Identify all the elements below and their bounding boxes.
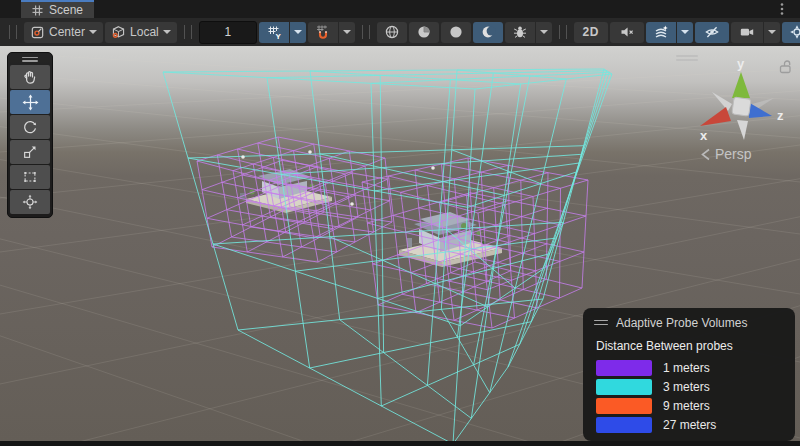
move-icon <box>22 94 39 111</box>
view-options-handle[interactable] <box>362 25 370 39</box>
mode-2d-label: 2D <box>583 25 599 39</box>
gizmo-crosshair-icon <box>789 24 800 40</box>
rect-tool-button[interactable] <box>10 165 50 189</box>
filled-circle-icon <box>448 24 464 40</box>
toolbar-drag-handle[interactable] <box>9 25 17 39</box>
crescent-moon-icon <box>480 24 496 40</box>
gizmo-x-label: x <box>700 128 708 143</box>
scene-lighting-button[interactable] <box>409 22 439 43</box>
apv-legend-drag-handle[interactable] <box>594 320 608 326</box>
gizmo-y-axis-cone[interactable] <box>732 72 750 98</box>
bug-icon <box>512 24 528 40</box>
scene-grid-icon <box>32 5 43 16</box>
shaded-sphere-icon <box>416 24 432 40</box>
legend-row-1m: 1 meters <box>596 360 785 376</box>
legend-row-27m: 27 meters <box>596 417 785 433</box>
effects-group <box>646 22 693 43</box>
debug-dropdown[interactable] <box>536 22 552 43</box>
grid-axis-icon: Y <box>266 25 282 40</box>
snap-settings-dropdown[interactable] <box>339 22 355 43</box>
effects-layers-icon <box>653 24 669 40</box>
scene-view-light-moon-button[interactable] <box>473 22 503 43</box>
pivot-icon <box>30 25 45 40</box>
gizmo-center-cube[interactable] <box>732 97 751 116</box>
transform-icon <box>22 194 38 210</box>
swatch-27m <box>596 417 652 433</box>
speaker-muted-icon <box>619 24 635 40</box>
rect-icon <box>22 169 38 185</box>
legend-row-3m: 3 meters <box>596 379 785 395</box>
snap-toggle-button[interactable] <box>308 22 338 43</box>
local-cube-icon <box>111 25 126 40</box>
debug-bug-button[interactable] <box>505 22 535 43</box>
projection-toggle[interactable]: Persp <box>701 146 752 162</box>
apv-legend-panel: Adaptive Probe Volumes Distance Between … <box>583 308 795 441</box>
camera-group <box>731 22 780 43</box>
wireframe-sphere-icon <box>384 24 400 40</box>
debug-group <box>505 22 552 43</box>
svg-text:Y: Y <box>275 32 281 40</box>
grid-size-input[interactable] <box>199 21 257 44</box>
legend-label-9m: 9 meters <box>663 399 710 413</box>
gizmos-button[interactable] <box>782 22 800 43</box>
gizmo-y-label: y <box>737 56 745 71</box>
snap-settings-group <box>308 22 355 43</box>
tools-overlay <box>7 52 53 218</box>
legend-label-27m: 27 meters <box>663 418 716 432</box>
tab-bar: Scene <box>0 0 800 18</box>
tab-label: Scene <box>49 3 83 17</box>
unity-scene-window: Scene Center Local <box>0 0 800 446</box>
view-hand-tool-button[interactable] <box>10 65 50 89</box>
tab-scene[interactable]: Scene <box>21 0 94 18</box>
legend-label-1m: 1 meters <box>663 361 710 375</box>
transform-tool-button[interactable] <box>10 190 50 214</box>
orientation-mode-label: Local <box>130 25 159 39</box>
scene-toolbar: Center Local Y <box>0 18 800 46</box>
shading-mode-button[interactable] <box>377 22 407 43</box>
gizmo-x-axis-cone[interactable] <box>700 107 731 126</box>
swatch-1m <box>596 360 652 376</box>
tools-overlay-handle[interactable] <box>10 54 50 64</box>
camera-settings-button[interactable] <box>731 22 763 43</box>
apv-legend-header[interactable]: Adaptive Probe Volumes <box>594 315 785 330</box>
camera-icon <box>739 24 755 40</box>
view-toggles-handle[interactable] <box>559 25 567 39</box>
window-overflow-menu-icon[interactable] <box>776 2 788 16</box>
gizmos-group <box>782 22 800 43</box>
swatch-9m <box>596 398 652 414</box>
pivot-mode-label: Center <box>49 25 85 39</box>
persp-chevron-icon <box>701 148 711 161</box>
eye-slash-icon <box>704 24 720 40</box>
rotate-tool-button[interactable] <box>10 115 50 139</box>
window-bottom-edge <box>0 441 800 446</box>
snap-magnet-icon <box>315 24 331 40</box>
legend-label-3m: 3 meters <box>663 380 710 394</box>
apv-legend-title: Adaptive Probe Volumes <box>616 316 747 330</box>
scene-visibility-button[interactable] <box>695 22 729 43</box>
pivot-mode-button[interactable]: Center <box>24 22 103 43</box>
hand-icon <box>22 69 38 85</box>
snap-group-handle[interactable] <box>184 25 192 39</box>
scale-tool-button[interactable] <box>10 140 50 164</box>
gizmo-z-label: z <box>777 108 784 123</box>
grid-visibility-dropdown[interactable] <box>290 22 306 43</box>
scene-effects-dropdown[interactable] <box>677 22 693 43</box>
orientation-mode-button[interactable]: Local <box>105 22 177 43</box>
apv-legend-subtitle: Distance Between probes <box>596 339 785 353</box>
scene-effects-button[interactable] <box>646 22 676 43</box>
legend-row-9m: 9 meters <box>596 398 785 414</box>
grid-snap-group: Y <box>259 22 306 43</box>
move-tool-button[interactable] <box>10 90 50 114</box>
grid-visibility-button[interactable]: Y <box>259 22 289 43</box>
audio-mute-button[interactable] <box>610 22 644 43</box>
orientation-caret-icon <box>163 30 171 34</box>
mode-2d-button[interactable]: 2D <box>574 22 608 43</box>
scale-icon <box>22 144 38 160</box>
scene-visibility-sphere-button[interactable] <box>441 22 471 43</box>
rotate-icon <box>22 119 38 135</box>
camera-settings-dropdown[interactable] <box>764 22 780 43</box>
projection-label: Persp <box>715 146 752 162</box>
pivot-caret-icon <box>89 30 97 34</box>
swatch-3m <box>596 379 652 395</box>
gizmo-lock-icon[interactable] <box>779 59 792 74</box>
